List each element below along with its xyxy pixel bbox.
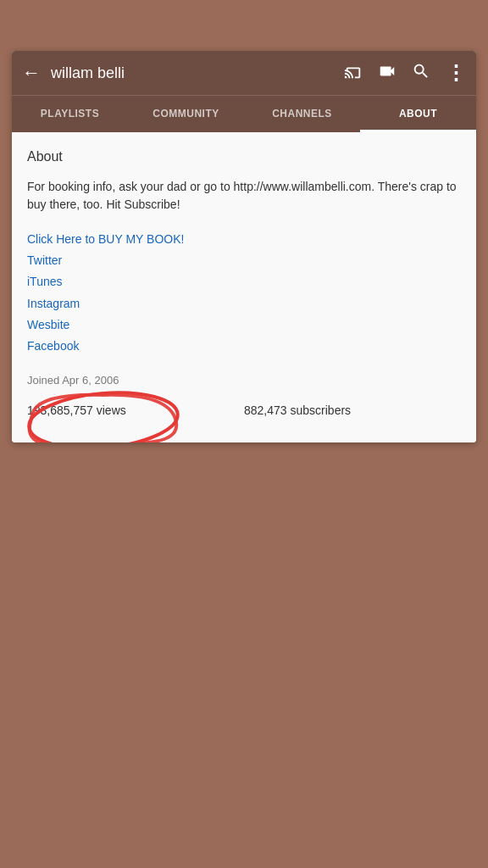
cast-icon[interactable] xyxy=(344,62,363,85)
more-icon[interactable]: ⋮ xyxy=(446,63,466,83)
stats-row: 193,685,757 views 882,473 subscribers xyxy=(27,403,461,417)
views-count: 193,685,757 views xyxy=(27,403,244,417)
search-icon[interactable] xyxy=(412,62,430,85)
link-book[interactable]: Click Here to BUY MY BOOK! xyxy=(27,229,461,250)
link-twitter[interactable]: Twitter xyxy=(27,250,461,271)
content-area: About For booking info, ask your dad or … xyxy=(12,132,476,442)
header-bar: ← willam belli ⋮ xyxy=(12,51,476,95)
tab-channels[interactable]: CHANNELS xyxy=(244,96,360,132)
tab-community[interactable]: COMMUNITY xyxy=(128,96,244,132)
tabs-bar: PLAYLISTS COMMUNITY CHANNELS ABOUT xyxy=(12,95,476,132)
link-website[interactable]: Wesbite xyxy=(27,314,461,336)
outer-background: ← willam belli ⋮ xyxy=(0,0,488,868)
tab-about[interactable]: ABOUT xyxy=(360,96,476,132)
tab-playlists[interactable]: PLAYLISTS xyxy=(12,96,128,132)
back-button[interactable]: ← xyxy=(22,62,41,84)
subscribers-count: 882,473 subscribers xyxy=(244,403,461,417)
section-title: About xyxy=(27,149,461,164)
link-facebook[interactable]: Facebook xyxy=(27,336,461,357)
description-text: For booking info, ask your dad or go to … xyxy=(27,178,461,214)
link-instagram[interactable]: Instagram xyxy=(27,293,461,314)
phone-card: ← willam belli ⋮ xyxy=(12,51,476,442)
links-section: Click Here to BUY MY BOOK! Twitter iTune… xyxy=(27,229,461,357)
views-block: 193,685,757 views xyxy=(27,403,244,417)
channel-title: willam belli xyxy=(51,64,344,82)
subscribers-block: 882,473 subscribers xyxy=(244,403,461,417)
camera-icon[interactable] xyxy=(378,62,396,85)
link-itunes[interactable]: iTunes xyxy=(27,271,461,292)
joined-date: Joined Apr 6, 2006 xyxy=(27,374,461,387)
header-icons: ⋮ xyxy=(344,62,466,85)
